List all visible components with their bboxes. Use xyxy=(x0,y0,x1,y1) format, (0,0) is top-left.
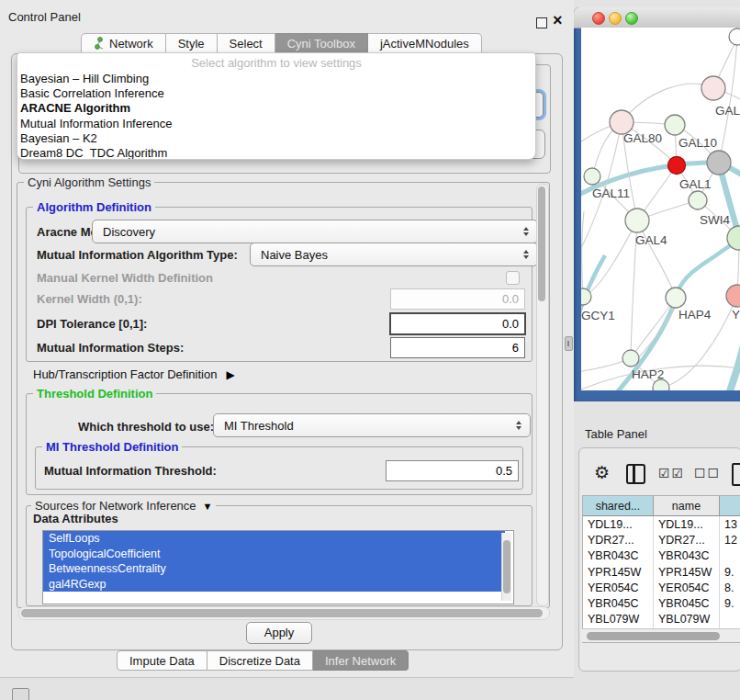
tab-label: Style xyxy=(178,34,205,53)
node-hap4-label: HAP4 xyxy=(678,308,712,322)
aracne-mode-combobox[interactable]: Discovery xyxy=(92,220,538,243)
network-view-window: GALGAL80GAL10GAL1GAL11GAL4SWI4GCY1HAP4YH… xyxy=(574,7,740,401)
split-columns-icon[interactable] xyxy=(626,464,645,484)
algorithm-option[interactable]: Bayesian – Hill Climbing xyxy=(17,72,535,86)
settings-vertical-scrollbar-thumb[interactable] xyxy=(538,186,545,301)
node-top-right[interactable] xyxy=(729,28,740,45)
zoom-traffic-light-icon[interactable] xyxy=(625,12,638,25)
mi-steps-field[interactable]: 6 xyxy=(390,337,525,358)
table-cell: YDL19... xyxy=(654,516,720,532)
attributes-scrollbar[interactable] xyxy=(501,533,511,601)
cyni-bottom-tab-bar: Impute DataDiscretize DataInfer Network xyxy=(117,650,409,671)
which-threshold-combobox[interactable]: MI Threshold xyxy=(213,413,531,437)
tab-network[interactable]: Network xyxy=(81,33,166,54)
node-gal10[interactable] xyxy=(665,115,685,135)
node-selected-red[interactable] xyxy=(668,157,686,175)
screen: { "colors": { "selection_blue": "#3D6CD1… xyxy=(0,0,740,700)
network-edge xyxy=(582,211,584,297)
control-panel-window: Control Panel × NetworkStyleSelectCyni T… xyxy=(0,0,574,678)
settings-horizontal-scrollbar-thumb[interactable] xyxy=(21,609,543,617)
table-row[interactable]: YBL079WYBL079W xyxy=(583,612,740,627)
table-row[interactable]: YPR145WYPR145W9. xyxy=(583,564,740,580)
algorithm-option[interactable]: Mutual Information Inference xyxy=(17,117,535,131)
select-all-checkboxes-icon[interactable]: ☑☑ xyxy=(658,466,685,480)
table-cell: 9. xyxy=(720,564,740,580)
dpi-tolerance-field[interactable]: 0.0 xyxy=(389,312,526,335)
kernel-width-field[interactable]: 0.0 xyxy=(390,288,525,310)
mi-threshold-label: Mutual Information Threshold: xyxy=(44,464,217,478)
table-row[interactable]: YER054CYER054C8. xyxy=(583,580,740,595)
tab-jactivemnodules[interactable]: jActiveMNodules xyxy=(368,33,482,54)
table-cell xyxy=(720,612,740,627)
algorithm-dropdown-items: Bayesian – Hill ClimbingBasic Correlatio… xyxy=(17,72,535,160)
tab-cyni-toolbox[interactable]: Cyni Toolbox xyxy=(275,33,368,54)
sources-title[interactable]: Sources for Network Inference▼ xyxy=(31,499,216,513)
table-horizontal-scrollbar-thumb[interactable] xyxy=(587,632,720,640)
hub-definition-expander[interactable]: Hub/Transcription Factor Definition▶ xyxy=(33,367,235,381)
deselect-all-checkboxes-icon[interactable]: ☐☐ xyxy=(694,466,721,480)
mi-algorithm-type-value: Naive Bayes xyxy=(261,248,328,262)
attribute-item[interactable]: gal4RGexp xyxy=(43,577,505,593)
algorithm-option[interactable]: Bayesian – K2 xyxy=(17,131,535,146)
node-salmon[interactable] xyxy=(726,285,740,307)
gear-icon[interactable]: ⚙ xyxy=(594,463,610,483)
expand-right-icon[interactable]: ▶ xyxy=(226,368,234,381)
node-gray[interactable] xyxy=(707,151,731,175)
tab-style[interactable]: Style xyxy=(166,33,218,54)
table-row[interactable]: YBR043CYBR043C xyxy=(583,548,740,564)
table-cell: 12 xyxy=(720,532,740,548)
combo-arrows-icon xyxy=(523,227,529,236)
network-graph[interactable]: GALGAL80GAL10GAL1GAL11GAL4SWI4GCY1HAP4YH… xyxy=(581,28,740,390)
network-canvas[interactable]: GALGAL80GAL10GAL1GAL11GAL4SWI4GCY1HAP4YH… xyxy=(581,28,740,390)
table-cell: YDL19... xyxy=(583,516,654,532)
minimized-panel-icon[interactable] xyxy=(12,688,29,700)
tab-select[interactable]: Select xyxy=(218,33,275,54)
node-gal-top[interactable] xyxy=(701,76,725,100)
table-row[interactable]: YBR045CYBR045C9. xyxy=(583,595,740,611)
network-edge xyxy=(637,220,676,298)
node-gal11[interactable] xyxy=(584,168,600,185)
manual-kernel-width-checkbox[interactable] xyxy=(506,271,520,285)
settings-vertical-scrollbar[interactable] xyxy=(536,184,549,606)
tab-label: Network xyxy=(109,34,153,53)
column-header[interactable]: shared... xyxy=(583,496,654,516)
apply-button[interactable]: Apply xyxy=(246,622,312,644)
settings-horizontal-scrollbar[interactable] xyxy=(18,606,550,620)
attribute-item[interactable]: TopologicalCoefficient xyxy=(43,547,505,562)
algorithm-dropdown-popup: Select algorithm to view settings Bayesi… xyxy=(17,52,536,160)
node-gcy1[interactable] xyxy=(581,288,591,305)
table-row[interactable]: YDR27...YDR27...12 xyxy=(583,532,740,548)
attributes-scrollbar-thumb[interactable] xyxy=(503,540,510,593)
mi-algorithm-type-combobox[interactable]: Naive Bayes xyxy=(250,243,538,266)
algorithm-option[interactable]: Basic Correlation Inference xyxy=(17,86,535,101)
node-gal4[interactable] xyxy=(625,209,649,232)
algorithm-option[interactable]: Dream8 DC_TDC Algorithm xyxy=(17,146,535,160)
float-window-icon[interactable] xyxy=(536,17,547,28)
network-window-titlebar[interactable] xyxy=(574,7,740,28)
minimize-traffic-light-icon[interactable] xyxy=(609,12,622,25)
column-header[interactable] xyxy=(720,496,740,516)
table-cell: YBR045C xyxy=(583,595,654,611)
bottom-tab-discretize-data[interactable]: Discretize Data xyxy=(207,650,313,671)
mi-threshold-field[interactable]: 0.5 xyxy=(386,460,519,481)
bottom-tab-impute-data[interactable]: Impute Data xyxy=(117,650,207,671)
tab-label: jActiveMNodules xyxy=(380,34,469,53)
close-icon[interactable]: × xyxy=(553,11,563,29)
close-traffic-light-icon[interactable] xyxy=(592,12,605,25)
table-horizontal-scrollbar[interactable] xyxy=(582,628,740,642)
algorithm-option[interactable]: ARACNE Algorithm xyxy=(17,101,535,116)
document-icon[interactable] xyxy=(732,463,740,486)
node-gal1[interactable] xyxy=(689,191,707,209)
node-salmon-label: Y xyxy=(732,308,740,322)
table-row[interactable]: YDL19...YDL19...13 xyxy=(583,516,740,532)
table-cell: YDR27... xyxy=(654,532,720,548)
column-header[interactable]: name xyxy=(654,496,720,516)
data-attributes-list[interactable]: SelfLoopsTopologicalCoefficientBetweenne… xyxy=(42,530,514,604)
node-hap2[interactable] xyxy=(622,350,639,367)
panel-divider-grip[interactable] xyxy=(565,336,573,351)
bottom-tab-infer-network[interactable]: Infer Network xyxy=(313,650,409,671)
attribute-item[interactable]: BetweennessCentrality xyxy=(43,561,505,577)
collapse-down-icon[interactable]: ▼ xyxy=(203,501,213,512)
attribute-item[interactable]: SelfLoops xyxy=(43,531,505,547)
node-hap4[interactable] xyxy=(666,288,686,308)
